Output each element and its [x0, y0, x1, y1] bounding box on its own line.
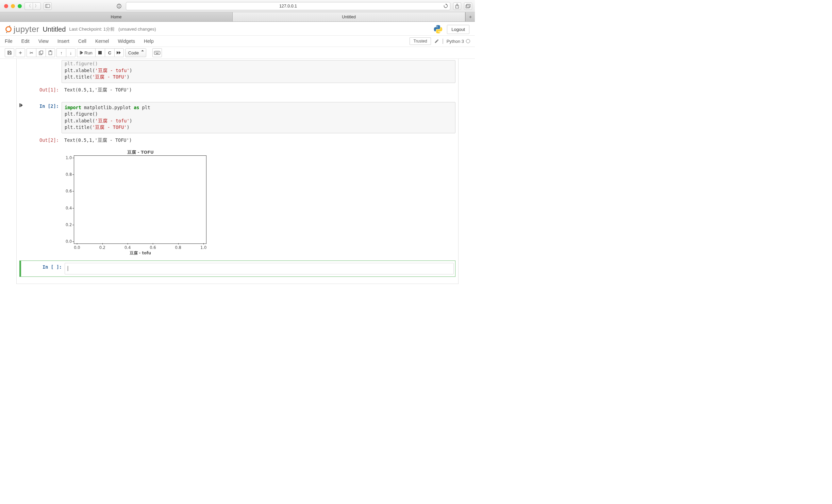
y-tick: 0.6 — [66, 189, 72, 194]
svg-point-3 — [119, 5, 119, 5]
y-tick: 0.4 — [66, 206, 72, 211]
checkpoint-status: Last Checkpoint: 1分前 (unsaved changes) — [69, 26, 156, 32]
menu-widgets[interactable]: Widgets — [118, 38, 135, 44]
run-this-cell-icon[interactable] — [19, 102, 24, 133]
svg-rect-0 — [46, 4, 50, 8]
code-keyword: import — [65, 105, 81, 110]
logout-button[interactable]: Logout — [447, 25, 469, 34]
tabs-icon — [466, 4, 470, 8]
back-button[interactable]: 〈 — [24, 2, 33, 10]
chart-xlabel: 豆腐 - tofu — [74, 251, 206, 256]
menu-insert[interactable]: Insert — [57, 38, 69, 44]
notebook-area[interactable]: plt.figure() plt.xlabel('豆腐 - tofu') plt… — [0, 59, 475, 298]
browser-tab-untitled[interactable]: Untitled — [233, 12, 465, 21]
edit-icon[interactable] — [434, 39, 439, 44]
minimize-window-button[interactable] — [11, 4, 15, 8]
output-prompt-2: Out[2]: — [24, 136, 62, 145]
edit-button-group: ✂ — [27, 48, 55, 57]
kernel-indicator[interactable]: Python 3 — [443, 39, 470, 44]
unsaved-text: (unsaved changes) — [118, 27, 156, 32]
stop-icon — [98, 51, 102, 54]
svg-rect-13 — [80, 51, 81, 54]
menu-edit[interactable]: Edit — [21, 38, 30, 44]
run-indicator — [19, 60, 24, 83]
y-tick: 0.0 — [66, 239, 72, 244]
python-logo-icon — [433, 24, 443, 34]
interrupt-button[interactable] — [95, 48, 105, 57]
restart-run-all-button[interactable] — [114, 48, 124, 57]
browser-tab-home[interactable]: Home — [0, 12, 233, 21]
y-tick: 0.8 — [66, 172, 72, 177]
forward-button[interactable]: 〉 — [33, 2, 41, 10]
menu-file[interactable]: File — [5, 38, 13, 44]
code-line: plt.figure() — [65, 61, 98, 66]
celltype-select[interactable]: Code — [125, 48, 146, 57]
y-tick: 0.2 — [66, 222, 72, 227]
copy-icon — [39, 51, 43, 55]
tab-label: Home — [111, 15, 121, 19]
output-cell-1: Out[1]: Text(0.5,1,'豆腐 - TOFU') — [17, 84, 458, 96]
menu-cell[interactable]: Cell — [78, 38, 86, 44]
close-window-button[interactable] — [4, 4, 8, 8]
command-palette-button[interactable] — [152, 48, 162, 57]
code-text: matplotlib.pyplot — [81, 105, 134, 110]
insert-cell-button[interactable]: ＋ — [16, 48, 25, 57]
run-icon — [80, 51, 83, 54]
output-text-1: Text(0.5,1,'豆腐 - TOFU') — [62, 86, 455, 95]
code-input-2[interactable]: import matplotlib.pyplot as plt plt.figu… — [62, 102, 455, 133]
paste-button[interactable] — [46, 48, 55, 57]
reload-icon — [444, 4, 448, 8]
run-label: Run — [84, 50, 93, 55]
sidebar-toggle-button[interactable] — [44, 2, 52, 10]
code-string: '豆腐 - tofu' — [95, 118, 129, 123]
code-string: '豆腐 - TOFU' — [92, 74, 127, 80]
share-button[interactable] — [453, 2, 461, 10]
restart-button[interactable]: C — [105, 48, 114, 57]
reload-button[interactable] — [444, 4, 448, 8]
site-info-button[interactable] — [115, 2, 123, 10]
cut-button[interactable]: ✂ — [27, 48, 36, 57]
svg-rect-18 — [157, 52, 158, 53]
code-cell-3-selected[interactable]: In [ ]: — [19, 261, 455, 277]
trusted-badge[interactable]: Trusted — [410, 37, 431, 45]
svg-rect-17 — [156, 52, 157, 53]
notebook-title[interactable]: Untitled — [43, 26, 66, 33]
jupyter-logo[interactable]: jupyter — [5, 24, 39, 34]
code-line: plt.xlabel( — [65, 68, 95, 73]
move-up-button[interactable]: ↑ — [56, 48, 66, 57]
toolbar: ＋ ✂ ↑ ↓ Run C Code — [0, 47, 475, 59]
browser-tab-strip: Home Untitled ＋ — [0, 12, 475, 22]
code-text: ) — [127, 124, 129, 130]
copy-button[interactable] — [36, 48, 46, 57]
svg-rect-16 — [155, 52, 156, 53]
chevron-right-icon: 〉 — [35, 3, 39, 9]
code-cell-2[interactable]: In [2]: import matplotlib.pyplot as plt … — [17, 101, 458, 135]
code-cell-1[interactable]: plt.figure() plt.xlabel('豆腐 - tofu') plt… — [17, 59, 458, 84]
restart-icon: C — [108, 50, 111, 55]
tabs-overview-button[interactable] — [464, 2, 472, 10]
code-line: ) — [127, 74, 129, 80]
address-bar[interactable]: 127.0.0.1 — [126, 2, 450, 10]
new-tab-button[interactable]: ＋ — [465, 12, 475, 21]
kernel-status-icon — [466, 39, 470, 43]
chart-output: 豆腐 - TOFU 1.0 0.8 0.6 0.4 0.2 0.0 — [17, 146, 458, 256]
save-button[interactable] — [5, 48, 14, 57]
code-input-3[interactable] — [65, 263, 454, 274]
move-down-button[interactable]: ↓ — [66, 48, 76, 57]
menu-help[interactable]: Help — [144, 38, 154, 44]
x-tick: 0.4 — [124, 245, 131, 250]
zoom-window-button[interactable] — [18, 4, 22, 8]
input-prompt-hidden — [24, 60, 62, 83]
run-button[interactable]: Run — [77, 48, 95, 57]
jupyter-logo-icon — [5, 26, 12, 32]
output-cell-2: Out[2]: Text(0.5,1,'豆腐 - TOFU') — [17, 135, 458, 146]
menu-kernel[interactable]: Kernel — [95, 38, 109, 44]
code-text: plt.xlabel( — [65, 118, 95, 123]
arrow-up-icon: ↑ — [60, 50, 63, 55]
code-string: '豆腐 - tofu' — [95, 68, 129, 73]
menu-view[interactable]: View — [38, 38, 49, 44]
code-line: plt.figure() — [65, 111, 98, 117]
code-input-1[interactable]: plt.figure() plt.xlabel('豆腐 - tofu') plt… — [62, 60, 455, 83]
keyboard-icon — [154, 51, 160, 55]
matplotlib-figure: 豆腐 - TOFU 1.0 0.8 0.6 0.4 0.2 0.0 — [59, 146, 215, 256]
